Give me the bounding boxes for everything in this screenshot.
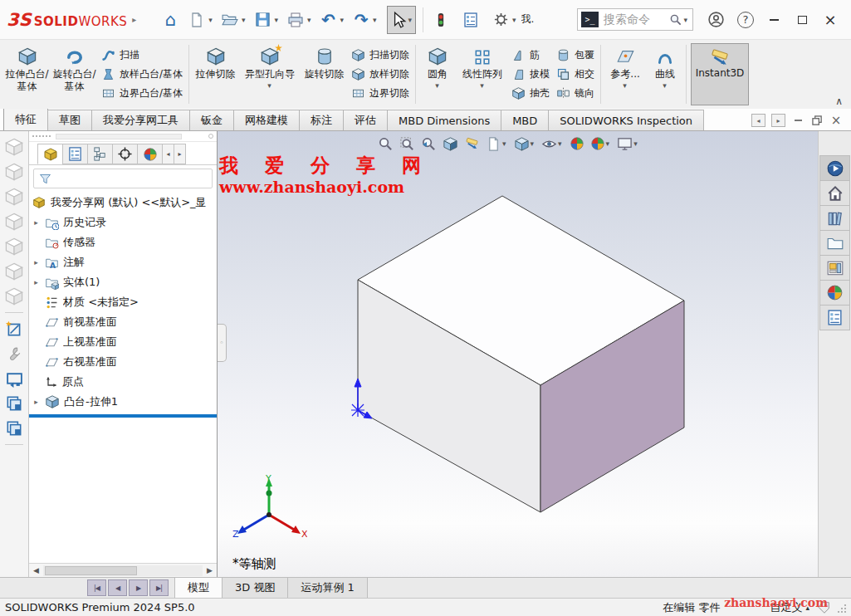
maximize-button[interactable] [788, 7, 816, 32]
tabs-nav-prev-button[interactable]: ◀ [108, 579, 127, 596]
view-cube-7-button[interactable] [3, 286, 25, 307]
linear-pattern-dropdown-icon[interactable]: ▾ [480, 81, 484, 90]
tab-evaluate[interactable]: 评估 [343, 110, 388, 130]
instant3d-button[interactable]: Instant3D [691, 43, 749, 105]
scroll-track[interactable] [43, 565, 203, 576]
print-button[interactable] [285, 9, 306, 31]
resize-grip[interactable] [836, 603, 846, 613]
tab-feature-manager[interactable] [37, 144, 63, 164]
redo-dropdown-icon[interactable]: ▾ [373, 16, 377, 24]
tree-item-top-plane[interactable]: 上视基准面 [29, 332, 217, 352]
tree-item-solid-bodies[interactable]: ▸ 实体(1) [29, 272, 217, 292]
panel-collapse-handle[interactable]: ◦ [218, 324, 227, 362]
view-cube-6-button[interactable] [3, 261, 25, 282]
doc-next-button[interactable]: ▸ [771, 114, 785, 127]
view-cube-3-button[interactable] [3, 186, 25, 208]
scroll-thumb[interactable] [45, 566, 137, 575]
tree-filter-box[interactable] [33, 169, 213, 188]
task-pane-custom-properties-button[interactable] [819, 305, 850, 330]
new-sketch-button[interactable] [3, 318, 25, 340]
view-cube-4-button[interactable] [3, 211, 25, 232]
screen-capture-button[interactable] [3, 368, 25, 389]
panel-splitter-knob[interactable] [208, 134, 213, 139]
fillet-dropdown-icon[interactable]: ▾ [435, 81, 439, 90]
task-pane-resources-button[interactable] [819, 155, 850, 181]
expand-icon[interactable]: ▸ [32, 278, 41, 286]
ribbon-collapse-icon[interactable]: ∧ [835, 95, 843, 107]
hole-wizard-button[interactable]: 异型孔向导 ▾ [239, 42, 301, 107]
tree-item-origin[interactable]: 原点 [29, 372, 217, 392]
wrap-button[interactable]: 包覆 [554, 46, 597, 65]
tab-configuration-manager[interactable] [87, 144, 113, 164]
tab-inspection[interactable]: SOLIDWORKS Inspection [548, 110, 704, 130]
doc-restore-button[interactable] [810, 114, 824, 127]
tab-features[interactable]: 特征 [3, 108, 48, 130]
tab-mesh-modeling[interactable]: 网格建模 [233, 110, 300, 130]
settings-dropdown-icon[interactable]: ▾ [512, 16, 516, 24]
scroll-left-icon[interactable]: ◀ [29, 566, 43, 574]
boundary-cut-button[interactable]: 边界切除 [349, 85, 412, 103]
options-list-button[interactable] [460, 9, 482, 31]
tabs-nav-last-button[interactable]: ▶| [149, 579, 169, 596]
intersect-button[interactable]: 相交 [554, 66, 597, 84]
hole-wizard-dropdown-icon[interactable]: ▾ [267, 81, 271, 90]
swept-cut-button[interactable]: 扫描切除 [349, 46, 412, 65]
save-button[interactable] [252, 9, 273, 31]
tree-horizontal-scrollbar[interactable]: ◀ ▶ [29, 563, 217, 577]
search-dropdown-icon[interactable]: ▾ [683, 16, 687, 24]
panel-scroll-track[interactable] [56, 134, 182, 139]
reference-geometry-button[interactable]: 参考... ▾ [604, 42, 647, 107]
view-cube-5-button[interactable] [3, 236, 25, 257]
minimize-button[interactable] [760, 7, 788, 32]
tree-item-boss-extrude1[interactable]: ▸ 凸台-拉伸1 [29, 392, 217, 412]
tree-item-history[interactable]: ▸ 历史记录 [29, 213, 217, 232]
task-pane-file-explorer-button[interactable] [819, 230, 850, 256]
tab-property-manager[interactable] [62, 144, 88, 164]
redo-button[interactable]: ↷ [350, 9, 372, 31]
tab-motion-study[interactable]: 运动算例 1 [288, 578, 367, 598]
new-document-dropdown-icon[interactable]: ▾ [208, 16, 213, 24]
open-dropdown-icon[interactable]: ▾ [242, 16, 246, 24]
expand-icon[interactable]: ▸ [32, 218, 41, 227]
expand-icon[interactable]: ▸ [32, 398, 41, 406]
fillet-button[interactable]: 圆角 ▾ [418, 42, 457, 107]
extruded-boss-button[interactable]: 拉伸凸台/基体 [3, 42, 51, 107]
tab-model[interactable]: 模型 [174, 578, 223, 598]
settings-button[interactable] [490, 9, 511, 31]
doc-close-button[interactable]: × [829, 114, 843, 127]
doc-minimize-button[interactable] [791, 114, 805, 127]
open-button[interactable] [219, 9, 241, 31]
graphics-viewport[interactable]: ▾ ▾ ▾ ▾ ▾ 我 爱 分 享 网 www.zhanshaoyi.com [218, 131, 818, 577]
manager-tabs-scroll-right[interactable]: ▸ [174, 144, 186, 164]
rebuild-button[interactable] [430, 9, 452, 31]
tab-mbd-dimensions[interactable]: MBD Dimensions [387, 110, 501, 130]
swept-boss-button[interactable]: 扫描 [99, 46, 185, 65]
curves-dropdown-icon[interactable]: ▾ [663, 81, 667, 90]
tree-item-annotations[interactable]: ▸ A 注解 [29, 252, 217, 272]
model-box[interactable] [218, 131, 818, 577]
revolved-boss-button[interactable]: 旋转凸台/基体 [51, 42, 98, 107]
close-button[interactable]: × [816, 7, 844, 32]
new-document-button[interactable] [186, 9, 208, 31]
task-pane-view-palette-button[interactable] [819, 255, 850, 281]
tab-share-tools[interactable]: 我爱分享网工具 [91, 110, 190, 130]
save-dropdown-icon[interactable]: ▾ [274, 16, 278, 24]
tree-item-material[interactable]: 材质 <未指定> [29, 292, 217, 312]
command-search-box[interactable]: >_ 搜索命令 ▾ [577, 8, 693, 31]
shell-button[interactable]: 抽壳 [509, 85, 552, 103]
copy-appearance-button[interactable] [3, 393, 25, 414]
logo-flyout-icon[interactable]: ▸ [132, 15, 136, 24]
tabs-nav-next-button[interactable]: ▶ [129, 579, 148, 596]
task-pane-home-button[interactable] [819, 180, 850, 206]
task-pane-design-library-button[interactable] [819, 205, 850, 231]
linear-pattern-button[interactable]: 线性阵列 ▾ [457, 42, 508, 107]
lofted-boss-button[interactable]: 放样凸台/基体 [99, 66, 185, 84]
mirror-button[interactable]: 镜向 [554, 85, 597, 103]
reference-dropdown-icon[interactable]: ▾ [623, 81, 627, 90]
select-tool-button[interactable]: ▾ [387, 6, 417, 34]
tab-mbd[interactable]: MBD [501, 110, 549, 130]
tab-display-manager[interactable] [137, 144, 163, 164]
boundary-boss-button[interactable]: 边界凸台/基体 [99, 85, 185, 103]
rollback-bar[interactable] [29, 414, 217, 418]
manager-tabs-scroll-left[interactable]: ◂ [162, 144, 174, 164]
